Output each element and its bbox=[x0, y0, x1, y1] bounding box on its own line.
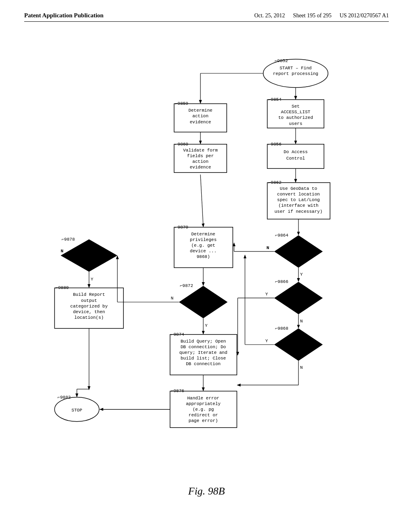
patent-number: US 2012/0270567 A1 bbox=[340, 12, 389, 19]
node-9860-label2: fields per bbox=[187, 154, 214, 158]
node-9870-label2: privileges bbox=[190, 237, 217, 242]
node-9870-label4: device ... bbox=[190, 249, 217, 254]
ref-9882: ⌐9882 bbox=[57, 395, 71, 400]
node-9868 bbox=[274, 328, 323, 361]
node-9872 bbox=[179, 286, 228, 318]
node-9860-label3: action bbox=[192, 159, 209, 164]
node-9882-label: STOP bbox=[71, 408, 82, 413]
diagram-container: text { font-family: 'Courier New', monos… bbox=[24, 30, 389, 481]
node-9874-label: Build Query; Open bbox=[181, 339, 226, 344]
label-y-9872: Y bbox=[205, 323, 208, 328]
ref-9878: ⌐9878 bbox=[61, 237, 75, 242]
node-9876-label4: redirect or bbox=[189, 413, 218, 418]
page-header: Patent Application Publication Oct. 25, … bbox=[24, 12, 389, 22]
ref-9870: ⌐9870 bbox=[175, 225, 188, 230]
node-9859-label: Determine bbox=[188, 108, 213, 113]
node-9862-label4: (interface with bbox=[278, 203, 318, 208]
ref-9866: ⌐9866 bbox=[275, 279, 288, 284]
ref-9880: ⌐9880 bbox=[55, 285, 69, 290]
publication-date: Oct. 25, 2012 bbox=[254, 12, 285, 19]
node-9876-label3: (e.g. pg bbox=[192, 407, 214, 412]
publication-label: Patent Application Publication bbox=[24, 12, 104, 19]
ref-9868: ⌐9868 bbox=[275, 326, 288, 331]
node-9868-label: Group(s)? bbox=[286, 339, 311, 344]
node-9860-label: Validate form bbox=[183, 148, 218, 153]
node-9880-label: Build Report bbox=[73, 292, 105, 297]
ref-9859: ⌐9859 bbox=[175, 101, 188, 106]
node-9880-label4: device, then bbox=[73, 310, 105, 314]
node-9876-label2: appropriately bbox=[186, 401, 221, 406]
node-9878 bbox=[60, 239, 117, 272]
node-9870-label: Determine bbox=[191, 232, 215, 237]
ref-9854: ⌐9854 bbox=[268, 97, 282, 102]
ref-9852: ⌐9852 bbox=[275, 58, 288, 63]
label-y-9864: Y bbox=[300, 272, 303, 277]
label-y-9878: Y bbox=[91, 277, 94, 282]
node-9852-label: START – Find bbox=[280, 66, 311, 71]
node-9854-label3: to authorized bbox=[278, 116, 313, 121]
node-9862-label5: user if necessary) bbox=[274, 209, 322, 214]
arrow-9860-9870 bbox=[200, 175, 203, 227]
ref-9862: ⌐9862 bbox=[268, 180, 282, 185]
node-9862-label3: spec to Lat/Long bbox=[277, 197, 320, 202]
node-9874-label3: query; Iterate and bbox=[179, 350, 227, 355]
node-9856-label2: Control bbox=[286, 156, 305, 161]
node-9874-label5: DB connection bbox=[186, 362, 221, 366]
node-9862-label2: convert location bbox=[277, 192, 320, 197]
label-n-9878: N bbox=[60, 249, 63, 254]
node-9874-label2: DB connection; Do bbox=[181, 345, 226, 349]
node-9870-label3: (e.g. get bbox=[191, 243, 215, 248]
node-9866-label: Device(s)? bbox=[285, 293, 312, 297]
label-n-9864: N bbox=[267, 245, 269, 250]
node-9854-label: Set bbox=[292, 104, 300, 109]
label-n-9872: N bbox=[171, 296, 174, 301]
figure-caption: Fig. 98B bbox=[24, 485, 389, 497]
label-y-9868: Y bbox=[265, 339, 268, 343]
ref-9856: ⌐9856 bbox=[268, 142, 282, 147]
node-9874-label4: build list; Close bbox=[181, 356, 226, 361]
ref-9860: ⌐9860 bbox=[175, 142, 188, 147]
ref-9876: ⌐9876 bbox=[171, 389, 184, 394]
page: Patent Application Publication Oct. 25, … bbox=[0, 0, 413, 532]
node-9852-label2: report processing bbox=[273, 71, 319, 76]
node-9859-label3: evidence bbox=[190, 120, 211, 125]
node-9880-label3: categorized by bbox=[70, 304, 108, 309]
node-9880-label2: output bbox=[81, 298, 97, 303]
node-9872-label: All ok ? bbox=[192, 297, 214, 301]
node-9870-label5: 9868) bbox=[196, 254, 210, 259]
ref-9874: ⌐9874 bbox=[171, 332, 184, 337]
sheet-info: Sheet 195 of 295 bbox=[293, 12, 332, 19]
header-info: Oct. 25, 2012 Sheet 195 of 295 US 2012/0… bbox=[254, 12, 389, 19]
node-9864-label: All valid ? bbox=[284, 246, 313, 251]
node-9859-label2: action bbox=[192, 114, 209, 118]
node-9854-label2: ACCESS_LIST bbox=[281, 110, 311, 114]
node-9860-label4: evidence bbox=[190, 165, 211, 170]
node-9880-label5: location(s) bbox=[74, 315, 104, 320]
ref-9872: ⌐9872 bbox=[180, 283, 193, 288]
node-9878-label: Found Any? bbox=[76, 250, 102, 255]
flowchart-svg: text { font-family: 'Courier New', monos… bbox=[24, 30, 389, 481]
node-9876-label: Handle error bbox=[187, 396, 219, 401]
caption-text: Fig. 98B bbox=[188, 485, 225, 497]
node-9876-label5: page error) bbox=[189, 418, 218, 423]
node-9862-label: Use GeoData to bbox=[280, 186, 317, 191]
ref-9864: ⌐9864 bbox=[275, 233, 288, 238]
label-n-9866: N bbox=[300, 319, 303, 324]
label-y-9866: Y bbox=[265, 292, 268, 297]
node-9854-label4: users bbox=[289, 121, 302, 126]
node-9856-label: Do Access bbox=[284, 150, 308, 154]
node-9866 bbox=[274, 282, 323, 314]
label-n-9868: N bbox=[300, 365, 303, 370]
node-9864 bbox=[274, 235, 323, 268]
